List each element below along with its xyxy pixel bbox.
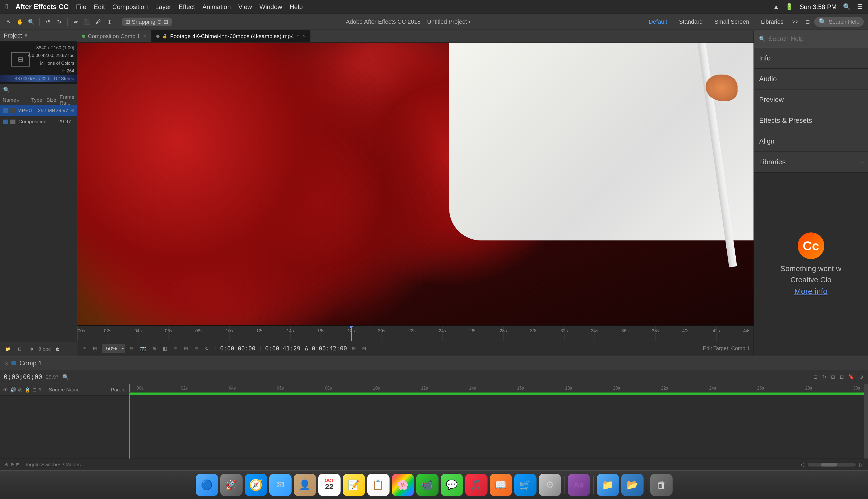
new-folder-btn[interactable]: 📁 [3, 344, 12, 354]
tl-render-btn[interactable]: ↻ [821, 373, 827, 381]
tl-flow-btn[interactable]: ⊟ [839, 373, 845, 381]
dock-trash[interactable]: 🗑 [650, 474, 673, 496]
select-tool[interactable]: ↖ [4, 17, 13, 26]
menu-window[interactable]: Window [259, 3, 282, 11]
timeline-scrollbar[interactable] [808, 463, 856, 466]
project-item-comp[interactable]: Comp 1 Composition 29.97 [0, 116, 77, 127]
viewer-channels-btn[interactable]: ⊕ [151, 344, 158, 353]
dock-facetime[interactable]: 📹 [416, 474, 439, 496]
search-help-field[interactable] [768, 35, 863, 42]
footage-tab-menu[interactable]: ≡ [297, 34, 299, 39]
cc-more-info-link[interactable]: More info [794, 287, 828, 296]
new-item-btn[interactable]: ⊕ [27, 344, 36, 354]
menu-view[interactable]: View [238, 3, 252, 11]
dock-folder1[interactable]: 📁 [597, 474, 619, 496]
menu-layer[interactable]: Layer [155, 3, 171, 11]
track-scrollbar[interactable] [864, 384, 868, 459]
dock-finder[interactable]: 🔵 [196, 474, 218, 496]
pen-tool[interactable]: ✏ [71, 17, 81, 26]
search-help-toolbar[interactable]: 🔍 Search Help [814, 17, 864, 27]
dock-folder2[interactable]: 📂 [621, 474, 644, 496]
viewer-flowchart-btn[interactable]: ⊞ [350, 344, 357, 353]
workspace-default[interactable]: Default [644, 17, 672, 26]
viewer-region-btn[interactable]: ⊟ [81, 344, 88, 353]
zoom-select[interactable]: 50% [102, 344, 125, 353]
timeline-scroll-thumb[interactable] [821, 463, 837, 466]
viewer-guides-btn[interactable]: ⊞ [182, 344, 190, 353]
preview-codec: H.264 [15, 68, 74, 75]
workspace-small-screen[interactable]: Small Screen [710, 17, 754, 26]
project-item-video[interactable]: 4K-Chim...mp4 MPEG 252 MB 29.97 ⊙ [0, 105, 77, 116]
viewer-camera-btn[interactable]: 📷 [138, 344, 147, 353]
notification-icon[interactable]: ☰ [857, 3, 863, 10]
right-panel-info[interactable]: Info [754, 48, 868, 69]
tl-audio-toggle[interactable]: ⊙ [4, 461, 9, 468]
delete-btn[interactable]: 🗑 [53, 344, 62, 354]
new-comp-btn[interactable]: ⊟ [15, 344, 24, 354]
menu-effect[interactable]: Effect [179, 3, 195, 11]
dock-music[interactable]: 🎵 [465, 474, 488, 496]
tl-scroll-right[interactable]: ▷ [858, 461, 864, 468]
viewer-tab-footage[interactable]: 🔒 Footage 4K-Chimei-inn-60mbps (4ksample… [151, 30, 310, 42]
menu-animation[interactable]: Animation [203, 3, 231, 11]
dock-notes[interactable]: 📝 [343, 474, 365, 496]
tl-marker-btn[interactable]: 🔖 [847, 373, 855, 381]
project-menu-btn[interactable]: ≡ [24, 33, 27, 38]
tl-lock-btn[interactable]: ⊕ [858, 373, 864, 381]
dock-reminders[interactable]: 📋 [367, 474, 390, 496]
viewer-alpha-btn[interactable]: ◧ [161, 344, 169, 353]
viewer-snapshot-btn[interactable]: ⊟ [360, 344, 368, 353]
redo-btn[interactable]: ↻ [54, 17, 64, 26]
hand-tool[interactable]: ✋ [15, 17, 24, 26]
dock-contacts[interactable]: 👤 [294, 474, 316, 496]
right-panel-libraries[interactable]: Libraries ≡ [754, 152, 868, 172]
comp-tab-close[interactable]: ✕ [143, 33, 146, 39]
menu-composition[interactable]: Composition [112, 3, 148, 11]
tl-draf-toggle[interactable]: ⊟ [15, 461, 21, 468]
apple-logo[interactable]:  [5, 3, 8, 11]
dock-mail[interactable]: ✉ [269, 474, 292, 496]
right-panel-effects[interactable]: Effects & Presets [754, 110, 868, 131]
tl-scroll-left[interactable]: ◁ [799, 461, 805, 468]
dock-appstore[interactable]: 🛒 [514, 474, 537, 496]
footage-tab-close[interactable]: ✕ [302, 33, 305, 39]
brush-tool[interactable]: 🖌 [94, 17, 103, 26]
snapping-badge[interactable]: ⊞ Snapping ⊙ ⊞ [122, 17, 172, 26]
workspace-grid[interactable]: ⊟ [803, 17, 812, 26]
workspace-libraries[interactable]: Libraries [757, 17, 787, 26]
right-panel-audio[interactable]: Audio [754, 69, 868, 89]
dock-syspreferences[interactable]: ⚙ [539, 474, 561, 496]
viewer-tab-comp[interactable]: Composition Comp 1 ✕ [77, 30, 151, 42]
shape-tool[interactable]: ⬛ [83, 17, 91, 26]
dock-launchpad[interactable]: 🚀 [220, 474, 243, 496]
tl-preview-btn[interactable]: ⊞ [830, 373, 836, 381]
clone-tool[interactable]: ⊕ [105, 17, 114, 26]
undo-btn[interactable]: ↺ [44, 17, 52, 26]
tl-search-btn[interactable]: 🔍 [61, 373, 70, 381]
menu-help[interactable]: Help [290, 3, 303, 11]
viewer-grid-btn[interactable]: ⊟ [172, 344, 179, 353]
project-search-input[interactable] [12, 87, 74, 93]
dock-books[interactable]: 📖 [490, 474, 512, 496]
dock-safari[interactable]: 🧭 [245, 474, 267, 496]
workspace-more[interactable]: >> [791, 17, 800, 26]
tl-comp-mini[interactable]: ⊟ [812, 373, 818, 381]
workspace-standard[interactable]: Standard [675, 17, 707, 26]
timeline-close-btn[interactable]: ✕ [4, 360, 9, 366]
dock-messages[interactable]: 💬 [441, 474, 463, 496]
right-panel-align[interactable]: Align [754, 131, 868, 152]
search-menubar-icon[interactable]: 🔍 [843, 3, 851, 10]
viewer-ruler-btn[interactable]: ↻ [203, 344, 210, 353]
right-panel-preview[interactable]: Preview [754, 89, 868, 110]
menu-edit[interactable]: Edit [94, 3, 105, 11]
dock-photos[interactable]: 🌸 [392, 474, 414, 496]
menu-file[interactable]: File [76, 3, 87, 11]
zoom-tool[interactable]: 🔍 [27, 17, 36, 26]
tl-motion-toggle[interactable]: ⊕ [9, 461, 15, 468]
viewer-safe-btn[interactable]: ⊟ [193, 344, 200, 353]
viewer-fit-btn[interactable]: ⊟ [128, 344, 135, 353]
dock-calendar[interactable]: OCT 22 [318, 474, 341, 496]
timeline-menu-btn[interactable]: ≡ [47, 360, 50, 366]
viewer-view-btn[interactable]: ⊞ [91, 344, 98, 353]
dock-aftereffects[interactable]: Ae [568, 474, 590, 496]
